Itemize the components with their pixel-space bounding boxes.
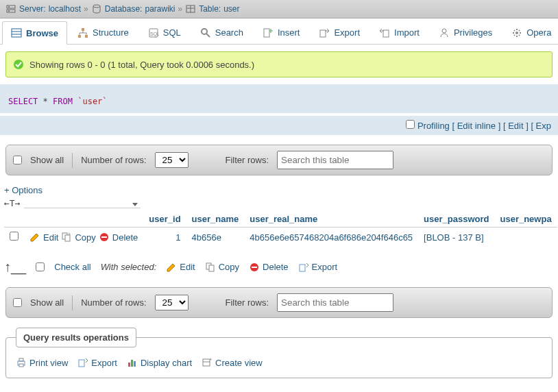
svg-rect-38 [19, 364, 23, 367]
svg-point-4 [93, 5, 100, 8]
tab-label: Search [215, 27, 243, 38]
svg-point-25 [14, 60, 23, 69]
show-all-checkbox[interactable] [13, 156, 22, 164]
server-link[interactable]: localhost [49, 4, 81, 14]
cell-user-real-name: 4b656e6e657468204a6f686e204f646c65 [244, 228, 418, 247]
tab-structure[interactable]: Structure [69, 21, 138, 44]
explain-link[interactable]: [ Exp [531, 121, 551, 131]
tab-label: Import [394, 27, 420, 38]
svg-rect-0 [7, 5, 15, 8]
divider [72, 153, 73, 168]
svg-point-24 [515, 32, 518, 34]
row-checkbox[interactable] [10, 232, 19, 241]
breadcrumb: Server: localhost » Database: parawiki »… [0, 0, 558, 19]
server-icon [5, 3, 16, 14]
svg-rect-41 [131, 360, 133, 367]
profiling-checkbox[interactable] [406, 120, 415, 129]
num-rows-select[interactable]: 25 [155, 152, 189, 168]
options-link[interactable]: + Options [4, 185, 558, 195]
tab-insert[interactable]: Insert [254, 21, 309, 44]
sql-star: * [43, 97, 48, 106]
profiling-label: Profiling [417, 121, 450, 131]
edit-icon [29, 232, 40, 243]
bulk-export-link[interactable]: Export [312, 262, 338, 272]
print-view-link[interactable]: Print view [16, 357, 68, 368]
delete-icon [249, 262, 260, 273]
ops-legend: Query results operations [16, 328, 136, 347]
show-all-checkbox[interactable] [13, 298, 22, 307]
column-header-user-newpassword[interactable]: user_newpa [494, 211, 557, 228]
num-rows-label: Number of rows: [81, 155, 146, 165]
cell-user-newpassword [494, 228, 557, 247]
query-results-operations: Query results operations Print view Expo… [5, 328, 553, 378]
tab-search[interactable]: Search [191, 21, 252, 44]
svg-rect-35 [300, 265, 305, 271]
tab-operations[interactable]: Opera [502, 21, 558, 44]
tabs: Browse Structure SQL SQL Search Insert E… [0, 19, 558, 45]
svg-rect-34 [252, 267, 257, 268]
print-icon [16, 357, 27, 368]
display-chart-link[interactable]: Display chart [127, 357, 192, 368]
svg-text:SQL: SQL [150, 32, 159, 37]
row-edit-link[interactable]: Edit [43, 232, 58, 243]
table-link[interactable]: user [223, 4, 239, 14]
tab-import[interactable]: Import [370, 21, 428, 44]
filter-rows-label: Filter rows: [226, 155, 269, 165]
sql-keyword: FROM [53, 97, 73, 106]
svg-rect-37 [19, 358, 23, 361]
row-copy-link[interactable]: Copy [75, 232, 95, 243]
results-toolbar-bottom: Show all Number of rows: 25 Filter rows: [5, 287, 553, 318]
filter-rows-input[interactable] [277, 293, 393, 312]
structure-icon [77, 27, 88, 38]
column-header-user-real-name[interactable]: user_real_name [244, 211, 418, 228]
tab-label: Browse [26, 28, 58, 38]
create-view-link[interactable]: + Create view [202, 357, 263, 368]
sort-desc-icon[interactable] [130, 199, 141, 210]
filter-rows-label: Filter rows: [226, 297, 269, 308]
table-icon [185, 3, 196, 14]
tab-label: Export [334, 27, 360, 38]
svg-rect-1 [7, 10, 15, 12]
import-icon [379, 27, 390, 38]
column-header-user-password[interactable]: user_password [418, 211, 494, 228]
column-header-user-name[interactable]: user_name [186, 211, 245, 228]
tab-privileges[interactable]: Privileges [430, 21, 501, 44]
num-rows-select[interactable]: 25 [155, 295, 189, 310]
tab-sql[interactable]: SQL SQL [139, 21, 190, 44]
bulk-delete-link[interactable]: Delete [263, 262, 289, 272]
svg-line-17 [206, 34, 210, 37]
database-link[interactable]: parawiki [145, 4, 175, 14]
tab-label: Structure [93, 27, 129, 38]
svg-rect-21 [320, 30, 326, 37]
sql-query-box: SELECT * FROM `user` [0, 84, 558, 113]
check-all-checkbox[interactable] [36, 262, 45, 271]
tab-label: Opera [526, 27, 551, 38]
tab-browse[interactable]: Browse [2, 21, 67, 45]
check-all-link[interactable]: Check all [54, 262, 90, 272]
edit-inline-link[interactable]: Edit inline [457, 121, 496, 131]
svg-text:+: + [209, 357, 213, 363]
insert-icon [263, 27, 274, 38]
database-label: Database: [105, 4, 143, 14]
svg-point-23 [442, 29, 446, 33]
chart-icon [127, 357, 138, 368]
bulk-copy-link[interactable]: Copy [219, 262, 239, 272]
svg-rect-22 [383, 30, 389, 37]
export-icon [319, 27, 330, 38]
nav-arrows[interactable]: ←T→ [4, 198, 20, 208]
copy-icon [205, 262, 216, 273]
num-rows-label: Number of rows: [81, 297, 146, 308]
success-icon [13, 59, 24, 70]
edit-link[interactable]: Edit [508, 121, 523, 131]
svg-rect-13 [85, 35, 88, 38]
row-delete-link[interactable]: Delete [112, 232, 138, 243]
search-icon [200, 27, 211, 38]
svg-rect-11 [82, 28, 84, 31]
bulk-edit-link[interactable]: Edit [180, 262, 195, 272]
filter-rows-input[interactable] [277, 151, 393, 169]
svg-text:+: + [68, 232, 71, 236]
separator: » [84, 4, 88, 14]
export-link[interactable]: Export [77, 357, 117, 368]
column-header-user-id[interactable]: user_id [143, 211, 186, 228]
tab-export[interactable]: Export [310, 21, 369, 44]
